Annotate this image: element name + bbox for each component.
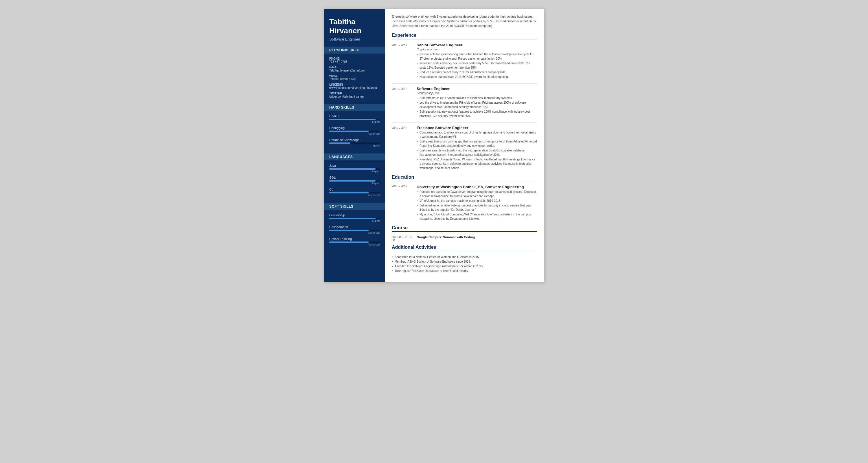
skill-debugging: Debugging Advanced xyxy=(324,126,385,138)
skill-csharp: C# Advanced xyxy=(324,187,385,199)
job-2-bullets: Composed an app to allow voice control o… xyxy=(416,130,537,170)
course-title: Course xyxy=(392,225,537,232)
candidate-name: Tabitha Hirvanen xyxy=(324,18,385,37)
bullet: Built security into new product features… xyxy=(416,110,537,118)
hard-skills-header: Hard Skills xyxy=(324,104,385,111)
course-0-dates: 2012-06 - 2012-08 xyxy=(392,235,412,242)
skill-coding: Coding Expert xyxy=(324,114,385,126)
job-2-dates: 2012 - 2013 xyxy=(392,126,412,171)
hard-skills-section: Hard Skills Coding Expert Debugging Adva… xyxy=(324,104,385,149)
main-content: Energetic software engineer with 5 years… xyxy=(385,9,544,282)
email-item: E-mail TabithaHirvanen@gmail.com xyxy=(324,65,385,74)
languages-section: Languages Java Expert SQL Expert C# Adva… xyxy=(324,153,385,199)
skill-leadership: Leadership Expert xyxy=(324,213,385,225)
resume-container: Tabitha Hirvanen Software Engineer Perso… xyxy=(324,9,544,282)
twitter-item: Twitter twitter.com/tabithahirvanen xyxy=(324,91,385,100)
linkedin-item: LinkedIn www.linkedin.com/in/tabitha-hir… xyxy=(324,83,385,91)
bullet: Reduced security breaches by 73% for all… xyxy=(416,70,537,75)
bullet: Built new search functionality into the … xyxy=(416,148,537,157)
additional-title: Additional Activities xyxy=(392,245,537,251)
job-0-bullets: Responsible for spearheading teams that … xyxy=(416,52,537,79)
bullet: Built a real time stock picking app that… xyxy=(416,139,537,148)
bullet: Increased code efficiency of customer po… xyxy=(416,61,537,70)
job-0-dates: 2015 - 2017 xyxy=(392,43,412,79)
edu-0-dates: 2008 - 2012 xyxy=(392,185,412,221)
soft-skills-header: Soft Skills xyxy=(324,203,385,210)
www-item: WWW TabithaHirvanen.com xyxy=(324,74,385,83)
skill-sql: SQL Expert xyxy=(324,175,385,187)
phone-item: Phone 773-457-2703 xyxy=(324,56,385,65)
job-1-dates: 2013 - 2015 xyxy=(392,87,412,118)
sidebar: Tabitha Hirvanen Software Engineer Perso… xyxy=(324,9,385,282)
additional-item: Take regular Tae Kwon Do classes to keep… xyxy=(392,269,537,273)
additional-section: Additional Activities Shortlisted for a … xyxy=(392,245,537,273)
education-section: Education 2008 - 2012 University of Wash… xyxy=(392,175,537,221)
experience-title: Experience xyxy=(392,33,537,39)
bullet: VP of Jugger-Is, the campus machine lear… xyxy=(416,199,537,203)
experience-section: Experience 2015 - 2017 Senior Software E… xyxy=(392,33,537,171)
additional-item: Attended the Software Engineering Profes… xyxy=(392,264,537,269)
job-1-company: Cloudwallop, Inc. xyxy=(416,91,537,95)
education-title: Education xyxy=(392,175,537,181)
additional-item: Member, IAENG Society of Software Engine… xyxy=(392,259,537,264)
job-0-title: Senior Software Engineer xyxy=(416,43,537,47)
bullet: Pursued my passion for Java server progr… xyxy=(416,190,537,198)
additional-list: Shortlisted for a National Center for Wo… xyxy=(392,255,537,273)
course-0-name: Google Campus: Summer with Coding xyxy=(416,235,475,242)
edu-0: 2008 - 2012 University of Washington Bot… xyxy=(392,185,537,221)
bullet: Led the drive to implement the Principle… xyxy=(416,100,537,109)
job-1-bullets: Built infrastructure to handle millions … xyxy=(416,96,537,118)
job-0: 2015 - 2017 Senior Software Engineer Cry… xyxy=(392,43,537,79)
job-2: 2012 - 2013 Freelance Software Engineer … xyxy=(392,126,537,171)
bullet: Composed an app to allow voice control o… xyxy=(416,130,537,139)
job-1: 2013 - 2015 Software Engineer Cloudwallo… xyxy=(392,87,537,118)
job-2-title: Freelance Software Engineer xyxy=(416,126,537,130)
skill-collaboration: Collaboration Advanced xyxy=(324,225,385,237)
skill-critical-thinking: Critical Thinking Advanced xyxy=(324,237,385,249)
bullet: Delivered an actionable webinar on best … xyxy=(416,203,537,212)
job-1-title: Software Engineer xyxy=(416,87,537,91)
additional-item: Shortlisted for a National Center for Wo… xyxy=(392,255,537,259)
skill-java: Java Expert xyxy=(324,163,385,175)
course-section: Course 2012-06 - 2012-08 Google Campus: … xyxy=(392,225,537,242)
job-0-company: Cryptoconic, Inc. xyxy=(416,48,537,51)
edu-0-degree: University of Washington Bothell, BA, So… xyxy=(416,185,537,189)
edu-0-bullets: Pursued my passion for Java server progr… xyxy=(416,190,537,221)
summary-text: Energetic software engineer with 5 years… xyxy=(392,15,537,28)
bullet: Headed team that received 2016 BOSSIE aw… xyxy=(416,75,537,79)
personal-info-section: Personal Info Phone 773-457-2703 E-mail … xyxy=(324,47,385,100)
languages-header: Languages xyxy=(324,153,385,161)
personal-info-header: Personal Info xyxy=(324,47,385,54)
bullet: My article, "How Cloud Computing Will Ch… xyxy=(416,212,537,221)
course-0: 2012-06 - 2012-08 Google Campus: Summer … xyxy=(392,235,537,242)
bullet: Responsible for spearheading teams that … xyxy=(416,52,537,61)
bullet: Built infrastructure to handle millions … xyxy=(416,96,537,100)
candidate-title: Software Engineer xyxy=(324,37,385,47)
skill-database: Database Knowledge Basic xyxy=(324,138,385,149)
soft-skills-section: Soft Skills Leadership Expert Collaborat… xyxy=(324,203,385,249)
bullet: President, XYZ University Young Women in… xyxy=(416,157,537,170)
